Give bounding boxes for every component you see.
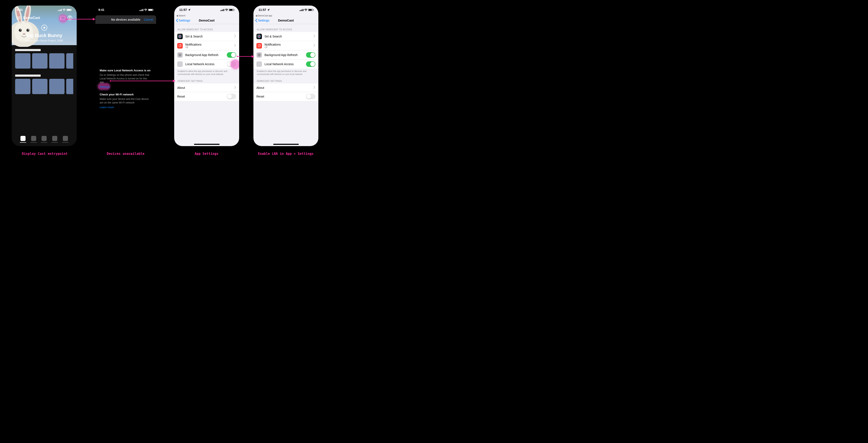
row-siri[interactable]: Siri & Search xyxy=(253,32,318,41)
flow-arrow-3 xyxy=(237,54,255,59)
siri-icon xyxy=(256,34,262,39)
svg-point-30 xyxy=(26,29,29,32)
home-indicator xyxy=(194,144,220,145)
caption-a: Display Cast entrypoint xyxy=(8,152,81,156)
row-about[interactable]: About xyxy=(253,84,318,92)
tab-item[interactable] xyxy=(31,136,36,141)
back-button[interactable]: Settings xyxy=(176,19,190,22)
content-shelf-2 xyxy=(12,74,77,94)
tab-item[interactable] xyxy=(41,136,46,141)
svg-point-36 xyxy=(179,35,181,38)
caption-c: App Settings xyxy=(170,152,243,156)
status-time: 9:41 xyxy=(98,8,104,11)
battery-icon xyxy=(308,9,314,11)
back-button[interactable]: Settings xyxy=(255,19,269,22)
reset-toggle[interactable] xyxy=(306,94,315,99)
phone-app-settings-off: 11:57 ◀Search Settings DemoCast Allow De… xyxy=(174,5,239,146)
signal-icon xyxy=(220,9,224,11)
nav-header: Settings DemoCast xyxy=(253,17,318,24)
play-button[interactable] xyxy=(41,25,47,32)
thumbnail[interactable] xyxy=(15,79,30,94)
row-notifications[interactable]: NotificationsOff xyxy=(253,41,318,51)
row-notifications[interactable]: NotificationsOff xyxy=(174,41,239,51)
app-settings-group: About Reset xyxy=(253,84,318,101)
row-lna: Local Network Access xyxy=(174,60,239,69)
allow-access-group: Siri & Search NotificationsOff Backgroun… xyxy=(174,32,239,69)
chevron-right-icon xyxy=(313,34,315,38)
lna-footer-note: Enabled to allow this app permission to … xyxy=(253,69,318,75)
breadcrumb-back[interactable]: ◀DemoCast app xyxy=(253,14,318,17)
tab-item[interactable] xyxy=(52,136,57,141)
bg-refresh-toggle[interactable] xyxy=(227,52,236,58)
svg-rect-42 xyxy=(313,9,313,10)
lna-footer-note: Enabled to allow this app permission to … xyxy=(174,69,239,75)
wifi-icon xyxy=(144,9,147,11)
status-time: 11:57 xyxy=(258,8,266,11)
app-bar: DemoCast xyxy=(12,14,77,22)
status-bar: 9:41 xyxy=(93,5,158,14)
sheet-header: No devices available Cancel xyxy=(95,15,156,24)
help-lna-body: Go to Settings on this phone and check t… xyxy=(100,73,152,84)
battery-icon xyxy=(66,9,72,11)
cast-button[interactable] xyxy=(59,14,66,21)
battery-icon xyxy=(229,9,235,11)
svg-rect-34 xyxy=(229,9,232,11)
svg-point-37 xyxy=(179,36,181,37)
section-app-header: DemoCast Settings xyxy=(253,75,318,84)
svg-point-32 xyxy=(23,33,25,35)
chevron-right-icon xyxy=(234,34,236,38)
settings-link[interactable]: Settings xyxy=(100,85,110,88)
tab-item[interactable] xyxy=(63,136,68,141)
notifications-icon xyxy=(256,43,262,49)
phone-devices-unavailable: 9:41 No devices available Cancel Make su… xyxy=(93,5,158,146)
thumbnail[interactable] xyxy=(49,53,64,69)
wifi-icon xyxy=(304,9,307,11)
svg-point-44 xyxy=(258,36,260,37)
thumbnail[interactable] xyxy=(32,79,48,94)
learn-more-link[interactable]: Learn more xyxy=(100,106,114,109)
thumbnail[interactable] xyxy=(66,79,73,94)
signal-icon xyxy=(58,9,62,11)
sheet-title: No devices available xyxy=(111,18,140,21)
nav-header: Settings DemoCast xyxy=(174,17,239,24)
svg-point-43 xyxy=(258,35,260,38)
row-siri[interactable]: Siri & Search xyxy=(174,32,239,41)
menu-button[interactable] xyxy=(15,14,22,21)
row-about[interactable]: About xyxy=(174,84,239,92)
hero-subtitle: Peach Open Movie Project, 2008 xyxy=(25,39,63,42)
svg-rect-41 xyxy=(309,9,312,11)
cancel-button[interactable]: Cancel xyxy=(144,18,153,21)
thumbnail[interactable] xyxy=(49,79,64,94)
section-app-header: DemoCast Settings xyxy=(174,75,239,84)
nav-title: DemoCast xyxy=(278,19,294,22)
help-wifi-body: Make sure your device and the Cast devic… xyxy=(100,97,152,104)
bg-refresh-toggle[interactable] xyxy=(306,52,315,58)
tab-item[interactable] xyxy=(21,136,26,141)
breadcrumb-back[interactable]: ◀Search xyxy=(174,14,239,17)
thumbnail[interactable] xyxy=(66,53,73,69)
app-settings-group: About Reset xyxy=(174,84,239,101)
caption-d: Enable LNA in App > Settings xyxy=(250,152,322,156)
status-bar: 9:41 xyxy=(12,5,77,14)
svg-point-46 xyxy=(259,44,261,45)
svg-point-39 xyxy=(180,44,181,45)
lna-icon xyxy=(177,61,183,67)
shelf-label-placeholder xyxy=(15,49,41,51)
profile-button[interactable] xyxy=(66,14,73,21)
shelf-label-placeholder xyxy=(15,74,41,77)
svg-point-28 xyxy=(19,29,22,32)
gear-icon xyxy=(256,52,262,58)
signal-icon xyxy=(140,9,143,11)
caption-b: Devices unavailable xyxy=(89,152,162,156)
reset-toggle[interactable] xyxy=(227,94,236,99)
thumbnail[interactable] xyxy=(32,53,48,69)
thumbnail[interactable] xyxy=(15,53,30,69)
chevron-right-icon xyxy=(313,86,315,90)
lna-toggle[interactable] xyxy=(306,61,315,67)
svg-point-29 xyxy=(20,29,21,30)
status-time: 9:41 xyxy=(17,8,23,11)
signal-icon xyxy=(300,9,304,11)
lna-toggle[interactable] xyxy=(227,61,236,67)
location-icon xyxy=(267,8,270,11)
hero-title: Big Buck Bunny xyxy=(26,33,62,38)
